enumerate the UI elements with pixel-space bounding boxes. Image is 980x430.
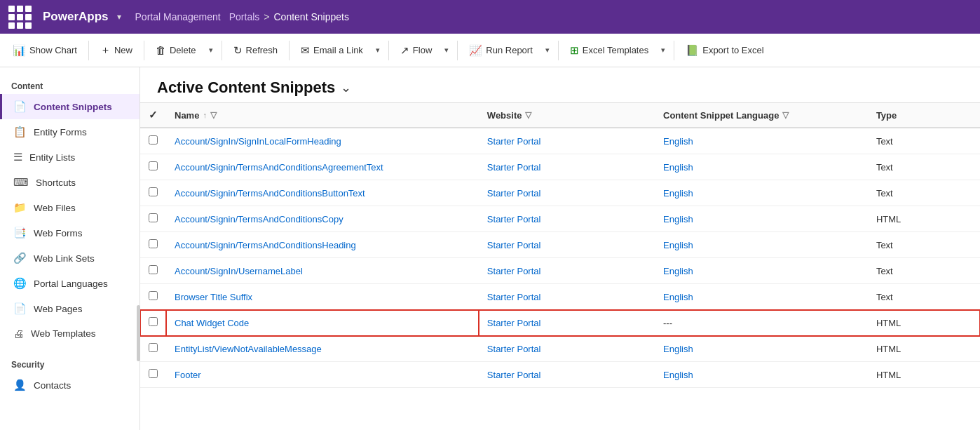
row-website-cell: Starter Portal	[479, 128, 655, 154]
breadcrumb-portals[interactable]: Portals	[229, 11, 260, 22]
row-checkbox[interactable]	[149, 265, 158, 274]
row-checkbox[interactable]	[149, 343, 158, 352]
row-name-link[interactable]: Account/Signin/TermsAndConditionsAgreeme…	[175, 162, 383, 173]
row-name-link[interactable]: Account/Signin/TermsAndConditionsCopy	[175, 214, 343, 224]
sidebar-item-entity-lists[interactable]: ☰ Entity Lists	[0, 145, 139, 170]
sidebar-item-label: Portal Languages	[34, 278, 108, 289]
refresh-button[interactable]: ↻ Refresh	[226, 40, 285, 61]
row-language-link[interactable]: English	[663, 136, 693, 147]
row-checkbox[interactable]	[149, 187, 158, 196]
delete-button[interactable]: 🗑 Delete	[149, 40, 203, 60]
row-website-cell: Starter Portal	[479, 284, 655, 310]
run-report-dropdown-button[interactable]: ▾	[541, 41, 554, 59]
page-header: Active Content Snippets ⌄	[140, 67, 980, 102]
row-website-link[interactable]: Starter Portal	[487, 240, 541, 250]
portal-management-link[interactable]: Portal Management	[135, 11, 221, 22]
row-checkbox[interactable]	[149, 213, 158, 222]
name-sort-icon[interactable]: ↑	[203, 111, 207, 119]
refresh-icon: ↻	[233, 44, 243, 57]
row-name-link[interactable]: Account/Signin/TermsAndConditionsButtonT…	[175, 188, 365, 199]
sidebar-wrapper: Content 📄 Content Snippets 📋 Entity Form…	[0, 67, 140, 430]
row-language-link[interactable]: English	[663, 266, 693, 276]
row-checkbox[interactable]	[149, 369, 158, 378]
sidebar-item-contacts[interactable]: 👤 Contacts	[0, 372, 139, 398]
row-checkbox-cell	[140, 154, 166, 180]
sidebar-item-web-link-sets[interactable]: 🔗 Web Link Sets	[0, 246, 139, 271]
sidebar-item-web-forms[interactable]: 📑 Web Forms	[0, 220, 139, 246]
row-website-link[interactable]: Starter Portal	[487, 162, 541, 173]
app-name[interactable]: PowerApps	[43, 10, 109, 24]
email-dropdown-button[interactable]: ▾	[372, 41, 384, 59]
web-forms-icon: 📑	[13, 227, 27, 239]
row-website-link[interactable]: Starter Portal	[487, 318, 541, 328]
delete-dropdown-button[interactable]: ▾	[205, 41, 217, 59]
row-name-link[interactable]: EntityList/ViewNotAvailableMessage	[175, 344, 322, 354]
new-button[interactable]: ＋ New	[93, 39, 139, 61]
col-header-language: Content Snippet Language ▽	[655, 103, 868, 128]
row-language-link[interactable]: English	[663, 162, 693, 173]
col-header-type: Type	[868, 103, 980, 128]
sidebar-scrollbar[interactable]	[137, 305, 140, 361]
row-type-cell: HTML	[868, 206, 980, 232]
row-name-link[interactable]: Chat Widget Code	[175, 318, 249, 328]
sidebar-item-portal-languages[interactable]: 🌐 Portal Languages	[0, 271, 139, 296]
table-row: Account/Signin/TermsAndConditionsButtonT…	[140, 180, 980, 206]
excel-templates-button[interactable]: ⊞ Excel Templates	[563, 40, 655, 61]
row-language-link[interactable]: English	[663, 292, 693, 302]
row-language-link[interactable]: English	[663, 188, 693, 199]
row-name-link[interactable]: Account/SignIn/SignInLocalFormHeading	[175, 136, 341, 147]
row-language-link[interactable]: English	[663, 370, 693, 380]
row-website-link[interactable]: Starter Portal	[487, 136, 541, 147]
sidebar-item-label: Web Files	[34, 203, 76, 213]
sidebar-item-shortcuts[interactable]: ⌨ Shortcuts	[0, 170, 139, 195]
row-checkbox[interactable]	[149, 317, 158, 326]
sidebar-item-entity-forms[interactable]: 📋 Entity Forms	[0, 119, 139, 145]
row-checkbox[interactable]	[149, 239, 158, 248]
toolbar-separator-3	[222, 41, 222, 60]
row-name-link[interactable]: Account/Signin/TermsAndConditionsHeading	[175, 240, 356, 250]
row-language-link[interactable]: English	[663, 240, 693, 250]
row-website-link[interactable]: Starter Portal	[487, 214, 541, 224]
row-website-link[interactable]: Starter Portal	[487, 292, 541, 302]
name-filter-icon[interactable]: ▽	[210, 110, 217, 120]
row-website-link[interactable]: Starter Portal	[487, 188, 541, 199]
row-name-link[interactable]: Browser Title Suffix	[175, 292, 252, 302]
sidebar-item-web-files[interactable]: 📁 Web Files	[0, 195, 139, 220]
sidebar-item-content-snippets[interactable]: 📄 Content Snippets	[0, 94, 139, 119]
row-checkbox[interactable]	[149, 291, 158, 300]
check-icon[interactable]: ✓	[149, 109, 158, 121]
row-language-link[interactable]: English	[663, 214, 693, 224]
row-website-cell: Starter Portal	[479, 362, 655, 388]
app-name-chevron[interactable]: ▾	[117, 12, 121, 22]
table-row: Account/SignIn/SignInLocalFormHeadingSta…	[140, 128, 980, 154]
row-website-link[interactable]: Starter Portal	[487, 266, 541, 276]
run-report-button[interactable]: 📈 Run Report	[462, 40, 539, 61]
row-type-cell: HTML	[868, 310, 980, 336]
row-checkbox-cell	[140, 362, 166, 388]
website-filter-icon[interactable]: ▽	[525, 110, 531, 120]
export-to-excel-button[interactable]: 📗 Export to Excel	[679, 40, 770, 61]
sidebar-item-web-pages[interactable]: 📄 Web Pages	[0, 296, 139, 321]
web-link-sets-icon: 🔗	[13, 252, 27, 264]
row-type-cell: HTML	[868, 362, 980, 388]
row-website-link[interactable]: Starter Portal	[487, 370, 541, 380]
row-website-link[interactable]: Starter Portal	[487, 344, 541, 354]
flow-dropdown-button[interactable]: ▾	[440, 41, 453, 59]
row-name-cell: Account/Signin/TermsAndConditionsButtonT…	[166, 180, 479, 206]
row-checkbox[interactable]	[149, 161, 158, 170]
row-language-link[interactable]: English	[663, 344, 693, 354]
show-chart-button[interactable]: 📊 Show Chart	[6, 40, 84, 61]
app-grid-icon[interactable]	[8, 6, 32, 29]
language-filter-icon[interactable]: ▽	[782, 110, 789, 120]
row-checkbox[interactable]	[149, 135, 158, 145]
sidebar-item-web-templates[interactable]: 🖨 Web Templates	[0, 321, 139, 346]
email-link-button[interactable]: ✉ Email a Link	[294, 40, 370, 61]
row-name-link[interactable]: Footer	[175, 370, 201, 380]
row-type-cell: Text	[868, 154, 980, 180]
row-name-link[interactable]: Account/SignIn/UsernameLabel	[175, 266, 303, 276]
contacts-icon: 👤	[13, 379, 27, 391]
flow-button[interactable]: ↗ Flow	[393, 40, 439, 61]
page-title-dropdown-icon[interactable]: ⌄	[341, 80, 351, 95]
breadcrumb-sep: >	[264, 11, 269, 22]
excel-templates-dropdown-button[interactable]: ▾	[657, 41, 669, 59]
